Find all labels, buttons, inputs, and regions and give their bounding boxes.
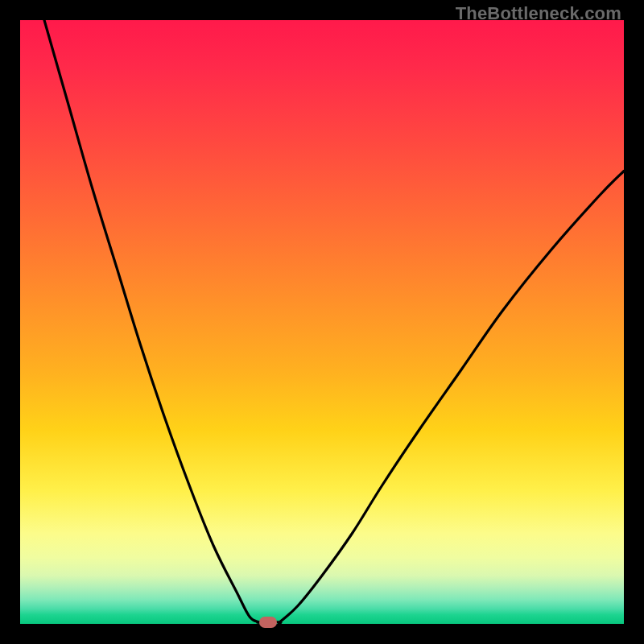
optimal-point-marker	[259, 617, 277, 628]
watermark-text: TheBottleneck.com	[456, 3, 621, 24]
bottleneck-curve	[20, 20, 624, 624]
chart-frame: TheBottleneck.com	[0, 0, 644, 644]
